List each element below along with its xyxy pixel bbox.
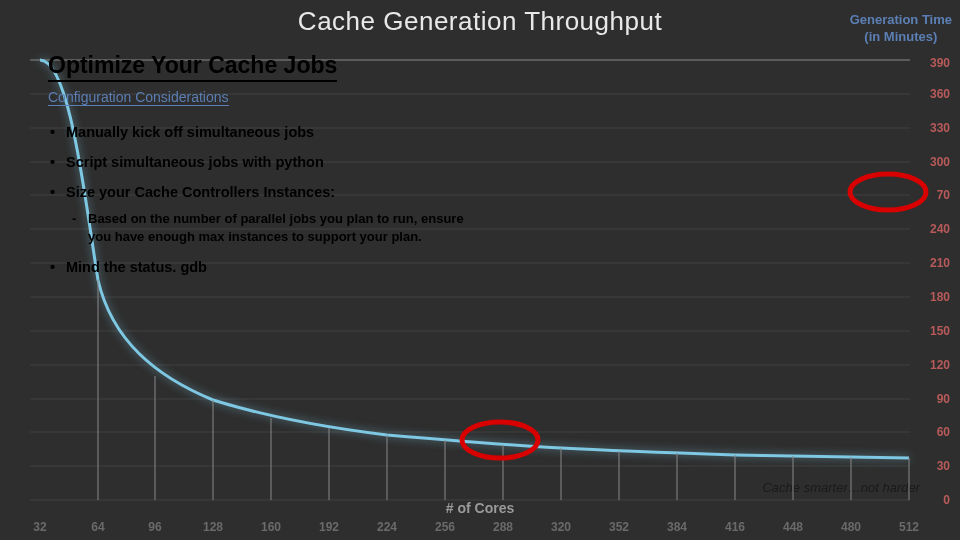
bullet-list: Manually kick off simultaneous jobs Scri…: [48, 124, 478, 275]
bullet-3: Size your Cache Controllers Instances: B…: [66, 184, 478, 245]
sub-bullet-1: Based on the number of parallel jobs you…: [88, 210, 478, 245]
bullet-3-text: Size your Cache Controllers Instances:: [66, 184, 335, 200]
bullet-2: Script simultaneous jobs with python: [66, 154, 478, 170]
overlay-panel: Optimize Your Cache Jobs Configuration C…: [48, 52, 478, 289]
bullet-4: Mind the status. gdb: [66, 259, 478, 275]
annotation-ellipse-1: [462, 422, 538, 458]
sub-bullet-list: Based on the number of parallel jobs you…: [66, 210, 478, 245]
overlay-title: Optimize Your Cache Jobs: [48, 52, 337, 82]
bullet-1: Manually kick off simultaneous jobs: [66, 124, 478, 140]
annotation-ellipse-2: [850, 174, 926, 210]
curve-ticks: [98, 280, 909, 500]
overlay-subtitle: Configuration Considerations: [48, 89, 229, 106]
